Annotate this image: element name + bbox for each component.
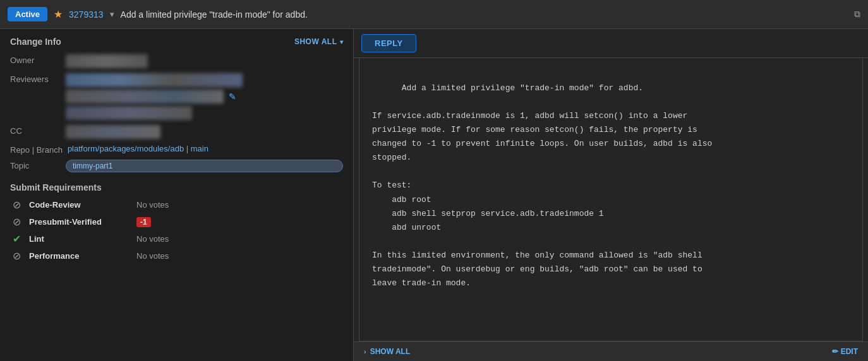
reviewer-2-row: ✎: [66, 90, 343, 104]
lint-status: No votes: [136, 234, 169, 244]
presubmit-name: Presubmit-Verified: [29, 217, 130, 227]
repo-branch-row: Repo | Branch platform/packages/modules/…: [10, 144, 343, 155]
cc-row: CC: [10, 125, 343, 139]
copy-icon[interactable]: ⧉: [854, 9, 860, 20]
cc-value: [66, 125, 343, 139]
repo-branch-value: platform/packages/modules/adb | main: [68, 144, 343, 153]
repo-link[interactable]: platform/packages/modules/adb: [68, 144, 184, 153]
description-content: Add a limited privilege "trade-in mode" …: [372, 83, 712, 288]
reviewer-1-avatar: [66, 73, 243, 87]
code-review-status: No votes: [136, 200, 169, 210]
reviewer-3-avatar: [66, 106, 192, 120]
reviewer-2-avatar: [66, 90, 224, 104]
owner-label: Owner: [10, 54, 61, 65]
description-box: Add a limited privilege "trade-in mode" …: [359, 58, 863, 341]
edit-button[interactable]: ✏ EDIT: [832, 347, 858, 356]
topic-row: Topic timmy-part1: [10, 160, 343, 172]
lint-icon: ✔: [10, 233, 23, 245]
edit-label: EDIT: [841, 347, 858, 356]
branch-link[interactable]: main: [191, 144, 208, 153]
change-info-title: Change Info: [10, 37, 61, 47]
presubmit-badge: -1: [136, 217, 151, 227]
submit-requirements-title: Submit Requirements: [10, 182, 343, 192]
owner-value: [66, 54, 343, 68]
change-title: Add a limited privilege "trade-in mode" …: [121, 9, 848, 20]
owner-avatar: [66, 54, 148, 68]
reviewer-1-row: [66, 73, 343, 87]
star-icon[interactable]: ★: [54, 8, 63, 20]
change-info-header: Change Info SHOW ALL ▾: [10, 37, 343, 47]
show-all-footer-label: SHOW ALL: [370, 347, 411, 356]
edit-pencil-icon: ✏: [832, 347, 838, 356]
chevron-down-icon: ▾: [340, 38, 344, 45]
topic-value: timmy-part1: [66, 160, 343, 172]
right-footer: › SHOW ALL ✏ EDIT: [354, 341, 868, 361]
repo-branch-label: Repo | Branch: [10, 144, 63, 155]
code-review-icon: ⊘: [10, 199, 23, 211]
performance-icon: ⊘: [10, 250, 23, 262]
show-all-footer-button[interactable]: › SHOW ALL: [364, 347, 410, 356]
owner-row: Owner: [10, 54, 343, 68]
right-toolbar: REPLY: [354, 29, 868, 58]
show-all-button[interactable]: SHOW ALL ▾: [294, 37, 343, 46]
code-review-name: Code-Review: [29, 200, 130, 210]
topic-label: Topic: [10, 160, 61, 170]
reviewers-label: Reviewers: [10, 73, 61, 84]
reviewer-3-row: [66, 106, 343, 120]
top-bar: Active ★ 3279313 ▾ Add a limited privile…: [0, 0, 868, 29]
performance-name: Performance: [29, 251, 130, 261]
left-panel: Change Info SHOW ALL ▾ Owner Reviewers: [0, 29, 354, 361]
active-badge: Active: [8, 7, 47, 21]
lint-row: ✔ Lint No votes: [10, 233, 343, 245]
cc-avatar: [66, 125, 160, 139]
cc-label: CC: [10, 125, 61, 136]
lint-name: Lint: [29, 234, 130, 244]
code-review-row: ⊘ Code-Review No votes: [10, 199, 343, 211]
change-number-link[interactable]: 3279313: [69, 9, 104, 20]
presubmit-icon: ⊘: [10, 216, 23, 228]
reviewers-row: Reviewers ✎: [10, 73, 343, 120]
presubmit-verified-row: ⊘ Presubmit-Verified -1: [10, 216, 343, 228]
reviewers-value: ✎: [66, 73, 343, 120]
right-panel: REPLY Add a limited privilege "trade-in …: [354, 29, 868, 361]
performance-status: No votes: [136, 251, 169, 261]
main-layout: Change Info SHOW ALL ▾ Owner Reviewers: [0, 29, 868, 361]
chevron-right-icon: ›: [364, 348, 366, 355]
reply-button[interactable]: REPLY: [361, 34, 416, 52]
dropdown-icon[interactable]: ▾: [110, 9, 114, 19]
reviewers-edit-icon[interactable]: ✎: [229, 92, 236, 102]
performance-row: ⊘ Performance No votes: [10, 250, 343, 262]
topic-badge[interactable]: timmy-part1: [66, 160, 343, 172]
